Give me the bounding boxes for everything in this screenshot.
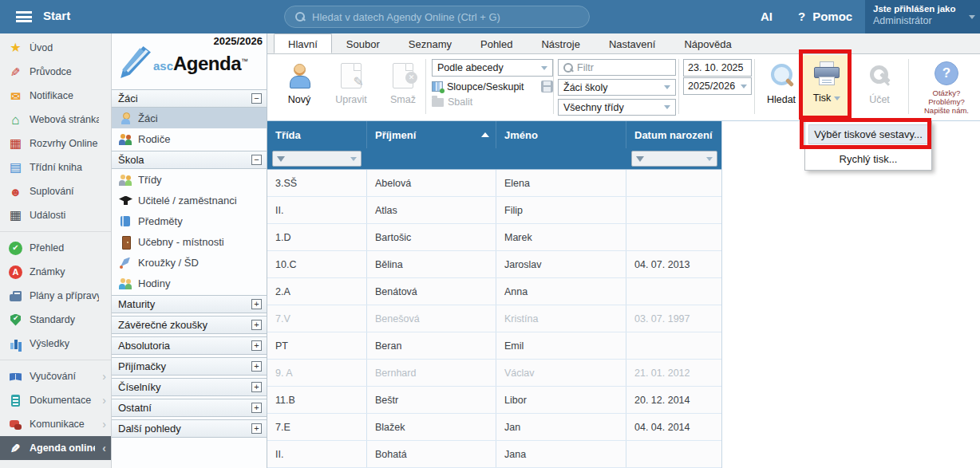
new-button[interactable]: Nový — [275, 57, 323, 117]
sidebar-item[interactable] — [0, 227, 111, 236]
table-row[interactable]: 10.C Bělina Jaroslav 04. 07. 2013 — [267, 251, 721, 278]
classes-select[interactable]: Všechny třídy — [558, 99, 676, 116]
table-row[interactable]: 1.D Bartošic Marek — [267, 224, 721, 251]
table-row[interactable]: 11.B Beštr Libor 20. 12. 2014 — [267, 387, 721, 414]
sidebar-item[interactable]: Notifikace — [0, 84, 111, 108]
global-search-input[interactable] — [312, 11, 579, 23]
table-row[interactable]: 2.A Benátová Anna — [267, 278, 721, 305]
table-row[interactable]: 9. A Bernhard Václav 21. 01. 2012 — [267, 360, 721, 387]
column-header-prijmeni[interactable]: Příjmení — [367, 121, 496, 148]
print-menu-item[interactable]: Výběr tiskové sestavy... — [808, 124, 928, 144]
global-search[interactable] — [284, 6, 590, 28]
sidebar-item[interactable]: Přehled — [0, 236, 111, 260]
columns-group-button[interactable]: Sloupce/Seskupit — [432, 81, 553, 92]
sidebar-item[interactable]: Dokumentace › — [0, 388, 111, 412]
filter-box[interactable] — [558, 59, 676, 76]
menu-tab[interactable]: Pohled — [466, 33, 527, 53]
expand-collapse-box[interactable]: + — [251, 320, 262, 330]
asc-agenda-logo[interactable]: asc Agenda ™ — [118, 45, 248, 75]
help-button[interactable]: ? Pomoc — [798, 10, 852, 23]
contact-support-button[interactable]: ? Otázky? Problémy? Napište nám. — [914, 57, 979, 119]
sidebar-item[interactable]: Plány a přípravy — [0, 284, 111, 308]
expand-collapse-box[interactable]: + — [251, 423, 262, 434]
tree-row[interactable]: Žáci − — [112, 89, 267, 108]
table-row[interactable]: II. Bohatá Jana — [267, 441, 721, 468]
date-input[interactable] — [688, 62, 747, 73]
hamburger-menu-icon[interactable] — [16, 11, 32, 22]
save-layout-icon[interactable] — [541, 81, 553, 92]
filter-input[interactable] — [577, 62, 670, 73]
sidebar-item[interactable]: Komunikace › — [0, 412, 111, 436]
table-row[interactable]: 7.V Benešová Kristína 03. 07. 1997 — [267, 305, 721, 332]
start-button[interactable]: Start — [43, 9, 70, 22]
menu-tab[interactable]: Seznamy — [394, 33, 466, 53]
expand-collapse-box[interactable]: + — [251, 382, 262, 392]
sort-order-select[interactable]: Podle abecedy — [432, 59, 553, 77]
table-row[interactable]: II. Atlas Filip — [267, 197, 721, 224]
account-button[interactable]: Účet — [856, 57, 903, 117]
tree-row[interactable]: Rodiče — [112, 128, 267, 149]
print-menu-item[interactable]: Rychlý tisk... — [808, 149, 928, 169]
sidebar-item[interactable]: Průvodce — [0, 60, 111, 84]
sidebar-item[interactable]: Úvod — [0, 36, 111, 60]
tree-row[interactable]: Přijímačky + — [112, 357, 267, 376]
print-button[interactable]: Tisk — [803, 55, 851, 119]
ai-button[interactable]: AI — [761, 10, 773, 23]
tree-row[interactable]: Hodiny — [112, 273, 267, 293]
trida-filter-dropdown[interactable] — [272, 151, 362, 167]
tree-row[interactable]: Učebny - místnosti — [112, 231, 267, 252]
sidebar-item[interactable]: Vyučování › — [0, 364, 111, 388]
sidebar-item[interactable]: Webová stránka — [0, 108, 111, 132]
tree-row[interactable]: Učitelé / zaměstnanci — [112, 190, 267, 210]
scope-select[interactable]: Žáci školy — [558, 79, 676, 96]
sidebar-item[interactable]: Známky — [0, 260, 111, 284]
expand-collapse-box[interactable]: + — [251, 361, 262, 372]
menu-tab[interactable]: Nástroje — [527, 33, 594, 53]
date-field[interactable] — [683, 59, 752, 77]
sidebar-item[interactable]: Suplování — [0, 179, 111, 203]
delete-button[interactable]: Smaž — [379, 57, 427, 117]
print-dropdown-arrow-icon[interactable] — [834, 96, 840, 100]
menu-tab[interactable]: Soubor — [332, 33, 394, 53]
sidebar-item[interactable]: Rozvrhy Online — [0, 132, 111, 155]
menu-tab[interactable]: Nápověda — [670, 33, 745, 53]
sidebar-item[interactable]: Třídní kniha — [0, 155, 111, 179]
sidebar-item[interactable]: Výsledky — [0, 332, 111, 356]
account-menu[interactable]: Jste přihlášen jako Administrátor — [865, 0, 980, 33]
column-header-trida[interactable]: Třída — [267, 121, 367, 148]
datum-filter-dropdown[interactable] — [631, 151, 717, 167]
tree-row[interactable]: Maturity + — [112, 295, 267, 313]
tree-row[interactable]: Třídy — [112, 169, 267, 190]
sidebar-item[interactable] — [0, 356, 111, 364]
expand-collapse-box[interactable]: + — [251, 403, 262, 413]
tree-row[interactable]: Předměty — [112, 210, 267, 231]
table-row[interactable]: PT Beran Emil — [267, 332, 721, 360]
expand-collapse-box[interactable]: − — [251, 155, 262, 165]
column-header-jmeno[interactable]: Jméno — [496, 121, 626, 148]
tree-row[interactable]: Kroužky / ŠD — [112, 252, 267, 273]
school-year-select[interactable]: 2025/2026 — [683, 77, 752, 95]
tree-row[interactable]: Škola − — [112, 151, 267, 169]
tree-row[interactable]: Závěrečné zkoušky + — [112, 316, 267, 334]
tree-row[interactable]: Další pohledy + — [112, 419, 267, 438]
menu-tab[interactable]: Nastavení — [595, 33, 670, 53]
expand-collapse-box[interactable]: − — [251, 93, 262, 104]
sidebar-item[interactable]: Standardy — [0, 308, 111, 332]
column-header-datum-narozeni[interactable]: Datum narození — [626, 121, 722, 148]
tree-row[interactable]: Absolutoria + — [112, 336, 267, 355]
edit-button[interactable]: Upravit — [327, 57, 375, 117]
menu-tab[interactable]: Hlavní — [274, 33, 332, 53]
cell-jmeno: Libor — [496, 387, 626, 413]
tree-row[interactable]: Ostatní + — [112, 399, 267, 417]
collapse-button[interactable]: Sbalit — [432, 96, 553, 108]
sidebar-item[interactable]: Události — [0, 203, 111, 227]
tree-row[interactable]: Žáci — [112, 108, 267, 128]
sidebar-item[interactable]: Agenda online ‹ — [0, 436, 111, 460]
table-row[interactable]: 3.SŠ Abelová Elena — [267, 170, 721, 197]
tree-row-label: Žáci — [118, 92, 251, 104]
expand-collapse-box[interactable]: + — [251, 299, 262, 309]
search-button[interactable]: Hledat — [757, 57, 805, 117]
table-row[interactable]: 7.E Blažek Jan 04. 04. 2014 — [267, 414, 721, 441]
expand-collapse-box[interactable]: + — [251, 340, 262, 351]
tree-row[interactable]: Číselníky + — [112, 378, 267, 396]
